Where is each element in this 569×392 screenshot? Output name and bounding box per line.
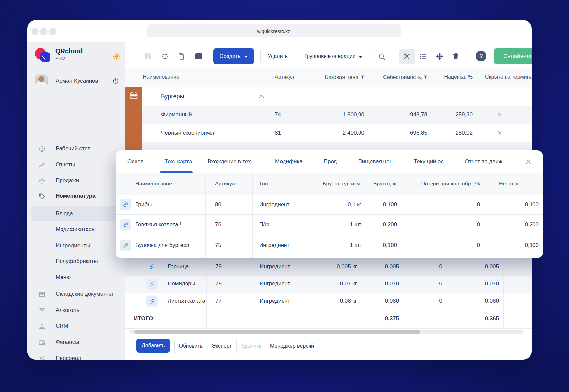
tab-nutrition[interactable]: Пищевая цен… xyxy=(358,159,398,165)
screenshot-stage: w.quickresto.kz QRcloud PRO xyxy=(0,0,569,392)
move-icon[interactable] xyxy=(434,51,445,62)
sidebar-item-nomenclature[interactable]: Номенклатура xyxy=(27,191,125,201)
loss-percent: 0 xyxy=(431,242,480,249)
category-row[interactable] xyxy=(125,87,532,106)
tab-movement-report[interactable]: Отчет по движ… xyxy=(465,159,508,165)
tab-current-stock[interactable]: Текущий ос… xyxy=(414,159,449,165)
footer-button-group: Обновить Экспорт Удалить Менеджер версий xyxy=(174,339,318,353)
sidebar-item-crm[interactable]: CRM xyxy=(27,321,125,331)
terminal-icon[interactable] xyxy=(193,51,204,62)
col-type: Тип xyxy=(259,181,268,187)
scrollbar-thumb[interactable] xyxy=(134,330,420,334)
col-sku: Артикул xyxy=(275,74,294,80)
close-icon[interactable]: × xyxy=(525,156,531,167)
group-operations-label: Групповые операции xyxy=(304,53,355,59)
totals-gross-kg: 0,375 xyxy=(350,315,399,322)
tools-icon[interactable] xyxy=(401,51,412,62)
group-operations-dropdown[interactable]: Групповые операции xyxy=(295,48,372,64)
row-border xyxy=(116,214,543,215)
sidebar-item-dashboard[interactable]: Рабочий стол xyxy=(27,144,125,154)
sidebar-item-finance[interactable]: Финансы xyxy=(27,337,125,347)
toolbar-divider xyxy=(209,48,209,63)
brand-plan: PRO xyxy=(55,56,65,61)
logout-power-icon[interactable] xyxy=(110,75,121,86)
trash-icon[interactable] xyxy=(450,51,461,62)
column-border xyxy=(479,68,479,150)
sidebar-item-modifiers[interactable]: Модификаторы xyxy=(27,225,125,234)
ingredient-sku: 76 xyxy=(215,221,221,228)
user-name: Арман Кусаинов xyxy=(56,78,98,84)
create-button[interactable]: Создать xyxy=(213,48,254,64)
ingredient-sku: 78 xyxy=(215,281,222,287)
ingredient-name: Булочка для бургера xyxy=(136,242,189,249)
gross-kg: 0,080 xyxy=(350,298,399,304)
sidebar-item-ingredients[interactable]: Ингредиенты xyxy=(27,241,125,251)
table-row-partial[interactable] xyxy=(125,142,532,150)
refresh-icon[interactable] xyxy=(160,51,171,62)
address-bar[interactable]: w.quickresto.kz xyxy=(147,24,401,37)
column-border xyxy=(250,258,250,328)
version-manager-label: Менеджер версий xyxy=(270,343,314,349)
sidebar-item-label: Складские документы xyxy=(56,291,113,297)
search-icon[interactable] xyxy=(376,51,387,62)
link-icon[interactable] xyxy=(146,261,158,272)
delete-button-disabled[interactable]: Удалить xyxy=(237,339,266,353)
ingredient-type: Ингредиент xyxy=(259,201,289,208)
ingredient-name: Помидоры xyxy=(168,281,195,287)
column-border xyxy=(449,258,449,328)
refresh-label: Обновить xyxy=(179,343,203,349)
column-border xyxy=(304,258,304,328)
sidebar-item-label: Рабочий стол xyxy=(56,145,91,152)
online-chat-button[interactable]: Онлайн-чат xyxy=(494,48,532,64)
traffic-light-minimize[interactable] xyxy=(40,28,47,35)
sidebar-item-staff[interactable]: Персонал xyxy=(27,354,125,360)
tab-sales[interactable]: Прод… xyxy=(324,159,343,165)
export-button[interactable]: Экспорт xyxy=(207,339,237,353)
hidden-x-icon[interactable]: × xyxy=(498,110,502,119)
column-border xyxy=(503,258,504,328)
net-kg: 0,100 xyxy=(489,242,539,249)
sidebar-item-sales[interactable]: Продажи xyxy=(27,176,125,186)
gross-kg: 0,005 xyxy=(350,263,399,270)
help-icon[interactable]: ? xyxy=(476,51,486,61)
list-view-icon[interactable] xyxy=(417,51,429,62)
sidebar-item-alcohol[interactable]: Алкоголь xyxy=(27,306,125,316)
tab-tech-card[interactable]: Тех. карта xyxy=(165,159,192,165)
theme-sun-icon[interactable] xyxy=(111,51,122,62)
sidebar-item-label: Модификаторы xyxy=(56,226,96,233)
burger-icon xyxy=(128,90,139,101)
sidebar-item-reports[interactable]: Отчеты xyxy=(27,160,125,170)
column-border xyxy=(370,68,370,150)
horizontal-scrollbar[interactable] xyxy=(129,330,524,334)
tab-tech-usage[interactable]: Вхождение в тех. … xyxy=(208,159,260,165)
tab-modifiers[interactable]: Модифика… xyxy=(275,159,308,165)
row-border xyxy=(125,142,532,142)
tab-main[interactable]: Основ… xyxy=(127,159,149,165)
link-icon[interactable] xyxy=(146,296,158,307)
hidden-x-icon[interactable]: × xyxy=(498,129,502,137)
link-icon[interactable] xyxy=(120,219,131,230)
gross-kg: 0,200 xyxy=(348,221,397,228)
ingredient-name: Грибы xyxy=(136,201,152,208)
link-icon[interactable] xyxy=(120,199,131,210)
martini-glass-icon xyxy=(38,307,46,316)
link-icon[interactable] xyxy=(120,240,131,251)
traffic-light-close[interactable] xyxy=(32,28,39,35)
add-button[interactable]: Добавить xyxy=(136,339,170,353)
ingredient-name: Говяжья котлета ! xyxy=(136,221,181,228)
delete-button[interactable]: Удалить xyxy=(261,48,295,64)
traffic-light-maximize[interactable] xyxy=(49,28,56,35)
version-manager-button[interactable]: Менеджер версий xyxy=(266,339,318,353)
avatar[interactable] xyxy=(35,74,48,87)
sidebar-item-semifinished[interactable]: Полуфабрикаты xyxy=(27,257,125,267)
sidebar-item-warehouse-docs[interactable]: Складские документы xyxy=(27,289,125,299)
refresh-button[interactable]: Обновить xyxy=(175,339,207,353)
sidebar-item-dishes[interactable]: Блюда xyxy=(27,209,125,219)
sidebar-item-menu[interactable]: Меню xyxy=(27,273,125,282)
column-border xyxy=(206,258,207,328)
toolbar-divider xyxy=(467,48,467,63)
copy-icon[interactable] xyxy=(176,51,187,62)
logo-icon-square xyxy=(40,52,50,62)
link-icon[interactable] xyxy=(146,279,158,290)
save-icon[interactable] xyxy=(142,51,154,62)
